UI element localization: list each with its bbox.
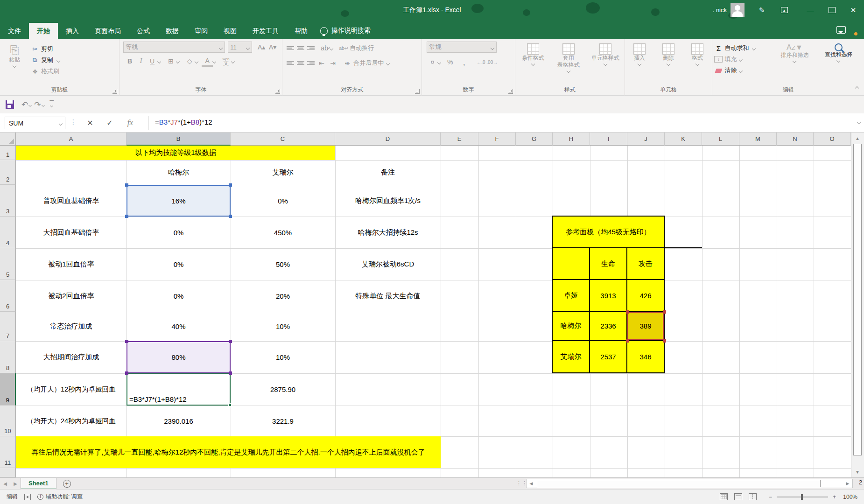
- enter-button[interactable]: ✓: [102, 116, 118, 130]
- tab-review[interactable]: 审阅: [187, 23, 216, 39]
- zoom-slider[interactable]: [777, 497, 828, 497]
- align-bottom-icon[interactable]: [307, 46, 315, 50]
- cell-styles-button[interactable]: 单元格样式: [586, 42, 625, 82]
- cell-C2[interactable]: 艾瑞尔: [231, 160, 335, 185]
- ref-header-blank[interactable]: [553, 248, 589, 279]
- cell-B6[interactable]: 0%: [126, 280, 231, 312]
- cell-B2[interactable]: 哈梅尔: [126, 160, 231, 185]
- clear-button[interactable]: 清除: [712, 65, 773, 76]
- cell-C6[interactable]: 20%: [231, 280, 335, 312]
- b3-handle-br[interactable]: [229, 215, 232, 218]
- font-dialog-launcher[interactable]: [275, 89, 280, 94]
- b9-fill-handle[interactable]: [228, 403, 232, 406]
- tab-data[interactable]: 数据: [158, 23, 187, 39]
- phonetic-guide-button[interactable]: wén文: [220, 56, 232, 67]
- row-header-11[interactable]: 11: [0, 436, 16, 468]
- cell-C4[interactable]: 450%: [231, 217, 335, 248]
- row-header-12-partial[interactable]: [0, 468, 16, 477]
- grow-font-button[interactable]: A▴: [256, 42, 267, 53]
- cell-A9[interactable]: （均开大）12秒内为卓娅回血: [16, 373, 126, 406]
- format-cells-button[interactable]: 格式: [683, 42, 712, 82]
- formula-input[interactable]: =B3*J7*(1+B8)*12: [155, 118, 212, 126]
- vertical-scroll-thumb[interactable]: [853, 144, 862, 455]
- ref-row-zhuoya-hp[interactable]: 3913: [590, 280, 626, 311]
- ref-row-hamer-name[interactable]: 哈梅尔: [553, 312, 589, 340]
- sheet-tab-sheet1[interactable]: Sheet1: [21, 478, 56, 490]
- cell-B9-editing[interactable]: =B3*J7*(1+B8)*12: [126, 373, 231, 406]
- cell-J7-red-reference[interactable]: 389: [627, 312, 664, 340]
- shrink-font-button[interactable]: A▾: [267, 42, 278, 53]
- cell-A3[interactable]: 普攻回血基础倍率: [16, 185, 126, 217]
- col-header-J[interactable]: J: [627, 133, 665, 146]
- cut-button[interactable]: ✂ 剪切: [29, 43, 62, 55]
- b3-handle-tr[interactable]: [229, 183, 232, 187]
- italic-button[interactable]: I: [135, 56, 147, 67]
- format-painter-button[interactable]: ❖ 格式刷: [29, 66, 62, 77]
- cell-C3[interactable]: 0%: [231, 185, 335, 217]
- fill-color-button[interactable]: ◇: [184, 56, 195, 67]
- cell-C8[interactable]: 10%: [231, 341, 335, 373]
- b3-handle-bl[interactable]: [125, 215, 128, 218]
- autosum-button[interactable]: Σ 自动求和: [712, 42, 773, 54]
- cell-C5[interactable]: 50%: [231, 248, 335, 280]
- phonetic-dropdown[interactable]: [231, 60, 235, 63]
- cell-C10[interactable]: 3221.9: [231, 406, 335, 436]
- align-middle-icon[interactable]: [297, 46, 304, 50]
- fill-button[interactable]: ↓ 填充: [712, 54, 773, 65]
- tab-developer[interactable]: 开发工具: [245, 23, 287, 39]
- scroll-right-arrow[interactable]: ▶: [844, 480, 851, 487]
- cell-A8[interactable]: 大招期间治疗加成: [16, 341, 126, 373]
- col-header-B[interactable]: B: [126, 133, 231, 146]
- row-header-8[interactable]: 8: [0, 341, 16, 373]
- ink-pen-icon[interactable]: ✎: [755, 4, 769, 17]
- ref-row-airuier-hp[interactable]: 2537: [590, 341, 626, 372]
- cancel-button[interactable]: ✕: [82, 116, 98, 130]
- sort-filter-button[interactable]: AZ▼ 排序和筛选: [773, 42, 816, 82]
- underline-dropdown[interactable]: [157, 60, 161, 63]
- row-header-4[interactable]: 4: [0, 217, 16, 248]
- vertical-scrollbar[interactable]: ▲ ▼: [851, 133, 864, 477]
- j7-handle-tl[interactable]: [626, 310, 629, 314]
- zoom-in-button[interactable]: +: [833, 494, 836, 500]
- cell-B7[interactable]: 40%: [126, 312, 231, 341]
- ref-row-zhuoya-atk[interactable]: 426: [627, 280, 664, 311]
- format-as-table-button[interactable]: 套用 表格格式: [551, 42, 586, 82]
- align-center-icon[interactable]: [297, 61, 304, 65]
- ref-row-hamer-hp[interactable]: 2336: [590, 312, 626, 340]
- sheet-nav-left-icon[interactable]: ◀: [0, 481, 10, 486]
- new-sheet-button[interactable]: +: [63, 480, 71, 488]
- ref-header-hp[interactable]: 生命: [590, 248, 626, 279]
- comma-style-button[interactable]: ,: [458, 56, 470, 68]
- conditional-formatting-button[interactable]: 条件格式: [515, 42, 551, 82]
- col-header-O[interactable]: O: [814, 133, 851, 146]
- namebox-resizer[interactable]: ⋮: [70, 118, 77, 126]
- ref-table-title[interactable]: 参考面板（均45级无烙印）: [553, 217, 664, 247]
- ribbon-display-options-icon[interactable]: ▴: [777, 4, 791, 17]
- cell-mode-indicator[interactable]: 编辑: [7, 493, 18, 501]
- borders-dropdown[interactable]: [176, 60, 180, 63]
- alignment-dialog-launcher[interactable]: [415, 89, 420, 94]
- paste-button[interactable]: ⎘ 粘贴: [0, 42, 29, 82]
- row-header-2[interactable]: 2: [0, 160, 16, 185]
- col-header-I[interactable]: I: [590, 133, 627, 146]
- col-header-N[interactable]: N: [777, 133, 814, 146]
- col-header-L[interactable]: L: [702, 133, 739, 146]
- fill-color-dropdown[interactable]: [195, 60, 198, 63]
- col-header-M[interactable]: M: [739, 133, 777, 146]
- cell-A6[interactable]: 被动2回血倍率: [16, 280, 126, 312]
- cell-D6[interactable]: 特殊单位 最大生命值: [335, 280, 441, 312]
- font-name-combo[interactable]: 等线: [123, 42, 225, 53]
- bold-button[interactable]: B: [124, 56, 135, 67]
- merge-center-button[interactable]: ⇹ 合并后居中: [341, 57, 391, 69]
- increase-decimal-button[interactable]: ←.0: [475, 56, 486, 68]
- name-box[interactable]: SUM: [5, 117, 65, 129]
- j7-handle-br[interactable]: [663, 339, 666, 343]
- undo-button[interactable]: ↶: [21, 100, 31, 110]
- col-header-G[interactable]: G: [516, 133, 553, 146]
- tab-help[interactable]: 帮助: [287, 23, 316, 39]
- b8-handle-tl[interactable]: [125, 340, 128, 343]
- col-header-E[interactable]: E: [441, 133, 478, 146]
- zoom-out-button[interactable]: −: [769, 494, 772, 500]
- tab-insert[interactable]: 插入: [58, 23, 87, 39]
- save-button[interactable]: [6, 100, 14, 109]
